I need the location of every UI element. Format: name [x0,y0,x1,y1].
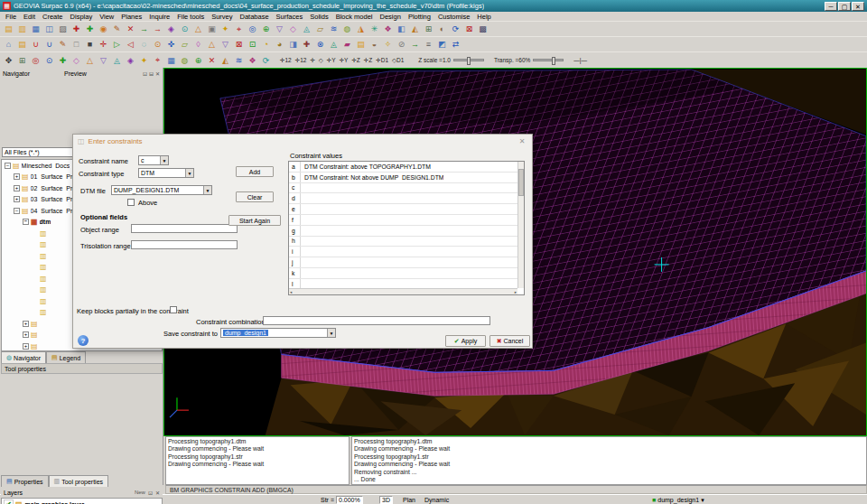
toolbar-icon[interactable]: ⊕ [191,54,205,67]
toolbar-icon[interactable]: ◍ [178,54,191,67]
toolbar-icon[interactable]: ◬ [327,38,340,51]
toolbar-icon[interactable]: ◬ [110,54,124,67]
toolbar-icon[interactable]: ◎ [246,23,259,35]
dialog-title-bar[interactable]: ◫ Enter constraints ✕ [73,135,532,148]
pin-icon[interactable]: ⊡ [148,490,153,496]
start-again-button[interactable]: Start Again [228,215,281,226]
constraint-row[interactable]: e [289,204,517,215]
toolbar-icon[interactable]: ✚ [70,23,83,35]
close-icon[interactable]: ✕ [155,70,160,77]
toolbar-icon[interactable]: ◍ [340,23,354,35]
toolbar-icon[interactable]: ❖ [381,23,395,35]
dock-tab[interactable]: ▤ Legend [46,351,86,363]
chevron-down-icon[interactable]: ▼ [185,169,193,177]
dialog-close-icon[interactable]: ✕ [517,137,527,145]
dock-tab[interactable]: ◍ Navigator [1,351,46,363]
toolbar-icon[interactable]: ■ [83,38,97,51]
toolbar-icon[interactable]: ▰ [340,38,354,51]
toolbar-icon[interactable]: ✧ [381,38,395,51]
toolbar-icon[interactable]: △ [83,54,97,67]
keep-blocks-checkbox[interactable] [170,306,177,313]
scroll-right-icon[interactable]: ▸ [515,290,517,294]
toolbar-icon[interactable]: ▩ [476,23,489,35]
toolbar-icon[interactable]: ✦ [219,23,232,35]
toolbar-icon[interactable]: ✕ [205,54,219,67]
dock-tab[interactable]: ▥ Tool properties [49,475,109,487]
z-scale-slider[interactable] [453,59,484,61]
constraint-row[interactable]: h [289,237,517,247]
toolbar-icon[interactable]: ⊙ [178,23,191,35]
toolbar-icon[interactable]: ◫ [42,23,56,35]
toolbar-icon[interactable]: ⌖ [151,54,164,67]
above-checkbox[interactable] [127,199,135,206]
clip-marks[interactable]: —|— [573,57,587,63]
toolbar-icon[interactable]: ⟳ [259,54,273,67]
toolbar-icon[interactable]: ▤ [15,38,29,51]
tree-expand-toggle[interactable]: + [14,196,20,202]
toolbar-axis-chip[interactable]: ✛12 [294,57,309,64]
toolbar-icon[interactable]: ⊞ [422,23,435,35]
menu-item[interactable]: Help [473,13,494,21]
close-icon[interactable]: ✕ [155,490,160,496]
toolbar-icon[interactable]: ◁ [124,38,137,51]
layer-row[interactable]: ✔ ▤ main graphics layer [2,499,162,504]
constraint-combination-input[interactable] [263,316,490,325]
toolbar-icon[interactable]: ∪ [42,38,56,51]
menu-item[interactable]: Database [237,13,273,21]
toolbar-icon[interactable]: ◨ [286,38,300,51]
close-button[interactable]: ✕ [852,2,864,11]
menu-item[interactable]: File tools [173,13,208,21]
toolbar-icon[interactable]: ✚ [300,38,313,51]
toolbar-icon[interactable]: ⊕ [259,23,273,35]
toolbar-icon[interactable]: △ [205,38,219,51]
toolbar-icon[interactable]: ▽ [273,23,286,35]
toolbar-icon[interactable]: ◭ [408,23,422,35]
toolbar-icon[interactable]: ⊙ [151,38,164,51]
menu-item[interactable]: Solids [306,13,331,21]
toolbar-icon[interactable]: ⇄ [449,38,462,51]
constraint-row[interactable]: l [289,279,517,288]
toolbar-icon[interactable]: ≋ [232,54,246,67]
toolbar-axis-chip[interactable]: ◇ [317,57,325,64]
tree-expand-toggle[interactable]: − [14,208,20,214]
transparency-slider[interactable] [533,59,564,61]
toolbar-icon[interactable]: ▱ [313,23,327,35]
constraint-row[interactable]: d [289,193,517,204]
toolbar-axis-chip[interactable]: ✛D1 [374,57,390,64]
toolbar-icon[interactable]: ▣ [205,23,219,35]
toolbar-icon[interactable]: ◊ [191,38,205,51]
toolbar-icon[interactable]: ◩ [435,38,449,51]
toolbar-icon[interactable]: ◬ [300,23,313,35]
tree-expand-toggle[interactable]: + [23,321,29,327]
constraint-row[interactable]: f [289,215,517,226]
toolbar-icon[interactable]: ▷ [110,38,124,51]
toolbar-icon[interactable]: ▦ [29,23,42,35]
toolbar-axis-chip[interactable]: ✛12 [278,57,294,64]
toolbar-icon[interactable]: ≋ [327,23,340,35]
tree-expand-toggle[interactable]: + [23,343,29,350]
toolbar-icon[interactable]: ✥ [2,54,15,67]
toolbar-icon[interactable]: ✎ [110,23,124,35]
pin-icon[interactable]: ⊡ [143,70,147,77]
menu-item[interactable]: Inquire [145,13,173,21]
toolbar-icon[interactable]: ⊠ [462,23,476,35]
toolbar-icon[interactable]: ∪ [29,38,42,51]
constraint-name-select[interactable]: c ▼ [138,155,169,165]
chevron-down-icon[interactable]: ▾ [701,497,704,504]
constraint-row[interactable]: g [289,226,517,237]
menu-item[interactable]: Design [377,13,405,21]
toolbar-icon[interactable]: ⊘ [395,38,408,51]
message-pane-left[interactable]: Processing topography1.dtmDrawing commen… [165,436,350,485]
layer-visible-checkbox[interactable]: ✔ [4,499,14,504]
toolbar-icon[interactable]: ⊠ [232,38,246,51]
menu-item[interactable]: Display [67,13,97,21]
plan-indicator[interactable]: Plan [403,497,415,503]
message-pane-right[interactable]: Processing topography1.dtmDrawing commen… [351,436,867,485]
dtm-file-select[interactable]: DUMP_DESIGN1.DTM ▼ [111,185,212,195]
toolbar-icon[interactable]: ◧ [395,23,408,35]
toolbar-icon[interactable]: ◒ [368,38,381,51]
toolbar-icon[interactable]: ◌ [137,38,151,51]
vertical-scrollbar[interactable] [517,162,524,288]
menu-item[interactable]: Customise [434,13,473,21]
menu-item[interactable]: Block model [332,13,377,21]
